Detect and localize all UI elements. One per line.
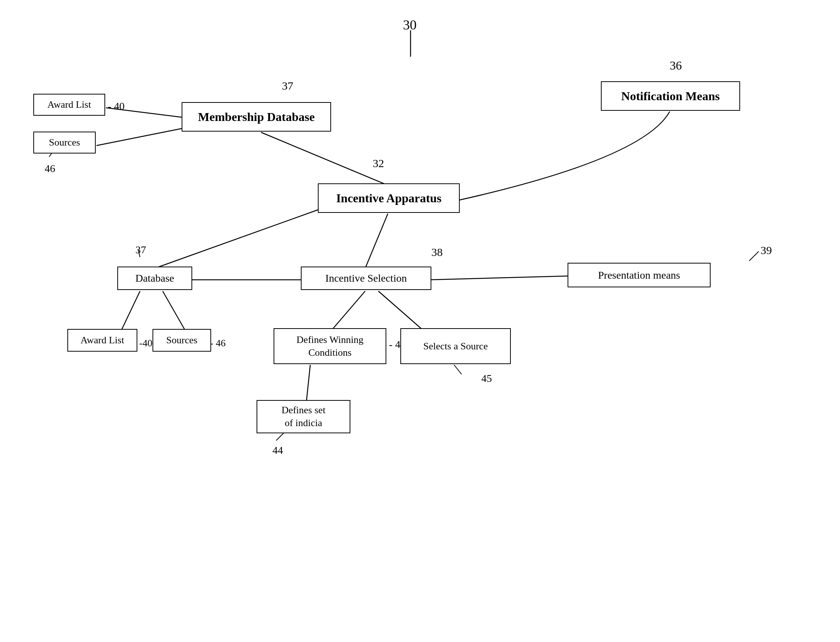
label-37-membership: 37 <box>282 79 293 92</box>
svg-line-3 <box>96 128 182 146</box>
svg-line-16 <box>749 251 759 261</box>
svg-line-9 <box>121 291 140 331</box>
label-40-top: - 40 <box>108 100 125 112</box>
defines-indicia-node: Defines set of indicia <box>257 400 350 433</box>
svg-line-6 <box>365 214 388 268</box>
label-40-bot: -40 <box>139 338 153 349</box>
sources-top-node: Sources <box>33 131 96 154</box>
svg-line-13 <box>307 365 310 401</box>
label-45: 45 <box>481 373 492 384</box>
incentive-selection-node: Incentive Selection <box>301 267 431 290</box>
award-list-top-node: Award List <box>33 94 105 116</box>
incentive-apparatus-node: Incentive Apparatus <box>318 183 460 213</box>
membership-database-node: Membership Database <box>182 102 331 131</box>
label-37-db: 37 <box>135 244 146 256</box>
notification-means-node: Notification Means <box>601 81 740 111</box>
diagram-container: 30 36 37 - 40 46 32 38 39 37 -40 - 46 - … <box>0 0 840 642</box>
svg-line-11 <box>331 291 365 331</box>
svg-line-10 <box>163 291 185 331</box>
svg-line-1 <box>261 132 388 185</box>
sources-bot-node: Sources <box>153 329 211 352</box>
label-38: 38 <box>431 246 443 259</box>
svg-line-14 <box>276 433 284 441</box>
label-32: 32 <box>373 157 384 170</box>
selects-source-node: Selects a Source <box>400 328 511 364</box>
svg-line-8 <box>429 276 567 280</box>
svg-line-15 <box>454 365 461 374</box>
award-list-bot-node: Award List <box>67 329 137 352</box>
presentation-means-node: Presentation means <box>567 263 711 287</box>
label-46-top: 46 <box>45 162 55 175</box>
label-44: 44 <box>273 444 283 456</box>
label-46-bot: - 46 <box>210 338 226 349</box>
label-30: 30 <box>403 17 417 33</box>
svg-line-12 <box>379 291 424 331</box>
defines-winning-node: Defines Winning Conditions <box>274 328 386 364</box>
database-node: Database <box>117 267 192 290</box>
svg-line-5 <box>154 210 318 268</box>
label-36: 36 <box>670 58 682 73</box>
label-39: 39 <box>760 244 772 257</box>
